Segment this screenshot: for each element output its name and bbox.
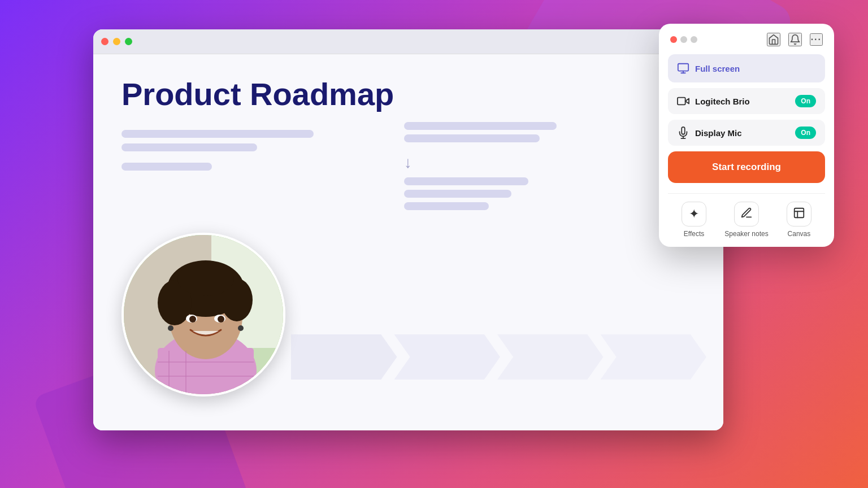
flow-line-3	[404, 202, 489, 210]
svg-rect-27	[795, 208, 804, 217]
mic-label: Display Mic	[695, 128, 789, 138]
traffic-light-red[interactable]	[101, 38, 108, 45]
roadmap-arrows	[291, 300, 706, 413]
placeholder-line-1	[121, 130, 314, 138]
canvas-icon-wrap	[787, 202, 811, 226]
panel-divider	[668, 193, 825, 194]
center-line-2	[404, 134, 540, 142]
traffic-light-yellow[interactable]	[113, 38, 120, 45]
flow-line-1	[404, 177, 528, 185]
speaker-notes-label: Speaker notes	[724, 230, 768, 238]
slide-content: Product Roadmap ↓	[93, 54, 723, 430]
mic-icon	[677, 127, 689, 139]
panel-titlebar: ···	[668, 33, 825, 46]
canvas-label: Canvas	[788, 230, 811, 238]
start-recording-button[interactable]: Start recording	[668, 151, 825, 183]
traffic-light-green[interactable]	[125, 38, 132, 45]
camera-on-badge: On	[795, 95, 816, 107]
arrow-4	[601, 334, 707, 380]
more-options-button[interactable]: ···	[810, 33, 823, 46]
svg-rect-21	[678, 64, 688, 71]
effects-label: Effects	[684, 230, 704, 238]
bottom-tools: ✦ Effects Speaker notes	[668, 202, 825, 238]
arrow-2	[394, 334, 501, 380]
presenter-avatar	[121, 233, 285, 396]
home-button[interactable]	[767, 33, 780, 46]
fullscreen-icon	[677, 62, 689, 75]
speaker-notes-tool[interactable]: Speaker notes	[724, 202, 768, 238]
slide-title: Product Roadmap	[121, 77, 695, 112]
panel-traffic-yellow[interactable]	[680, 36, 687, 43]
speaker-notes-icon-wrap	[734, 202, 759, 226]
canvas-tool[interactable]: Canvas	[787, 202, 811, 238]
svg-point-10	[177, 262, 234, 296]
panel-traffic-red[interactable]	[670, 36, 677, 43]
fullscreen-label: Full screen	[695, 64, 740, 73]
placeholder-line-3	[121, 163, 212, 171]
flow-line-2	[404, 190, 511, 198]
effects-icon-wrap: ✦	[682, 202, 706, 226]
mic-device-button[interactable]: Display Mic On	[668, 120, 825, 146]
panel-traffic-green[interactable]	[691, 36, 697, 43]
placeholder-line-2	[121, 143, 257, 151]
effects-tool[interactable]: ✦ Effects	[682, 202, 706, 238]
avatar-person	[124, 235, 283, 394]
center-line-1	[404, 122, 557, 130]
svg-point-14	[218, 316, 224, 323]
canvas-icon	[793, 207, 805, 222]
svg-point-16	[238, 325, 244, 331]
presentation-window: Product Roadmap ↓	[93, 29, 723, 430]
camera-label: Logitech Brio	[695, 97, 789, 106]
panel-traffic-lights	[670, 36, 697, 43]
control-panel: ··· Full screen Logitech Brio On	[659, 24, 834, 247]
svg-point-15	[168, 325, 173, 331]
notification-button[interactable]	[788, 33, 802, 46]
window-titlebar	[93, 29, 723, 54]
svg-rect-24	[678, 98, 685, 105]
mic-on-badge: On	[795, 127, 816, 139]
camera-icon	[677, 95, 689, 107]
speaker-notes-icon	[740, 207, 753, 222]
camera-device-button[interactable]: Logitech Brio On	[668, 88, 825, 114]
arrow-1	[291, 334, 397, 380]
fullscreen-button[interactable]: Full screen	[668, 54, 825, 82]
effects-icon: ✦	[689, 207, 699, 221]
svg-point-13	[189, 316, 196, 323]
panel-icon-buttons: ···	[767, 33, 823, 46]
arrow-3	[497, 334, 604, 380]
